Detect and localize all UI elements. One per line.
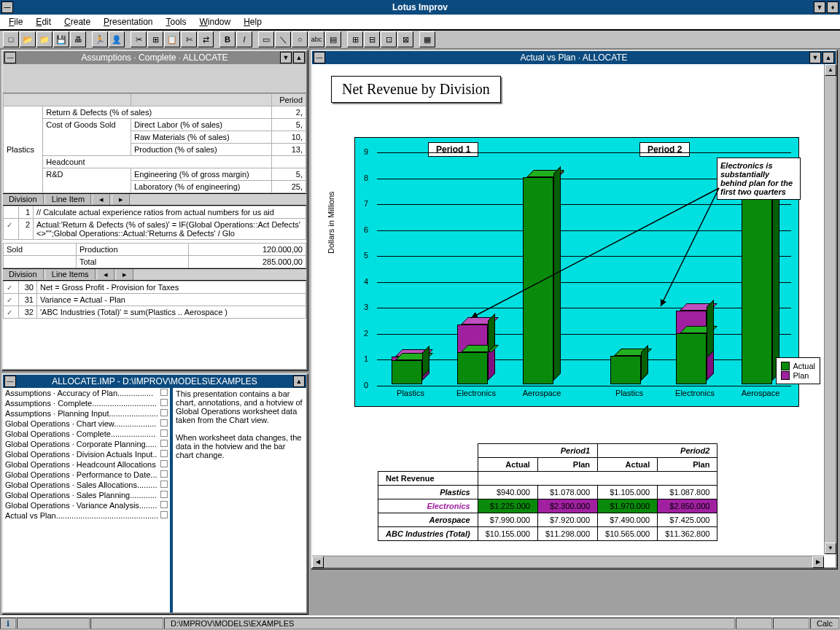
list-item[interactable]: Global Operations · Headcount Allocation… xyxy=(3,459,170,470)
sysmenu-icon[interactable]: — xyxy=(4,52,16,63)
formula-list-1[interactable]: 1// Calculate actual experience ratios f… xyxy=(3,206,306,240)
chart-bar xyxy=(676,311,707,384)
sysmenu-icon[interactable]: — xyxy=(1,1,13,13)
model-list[interactable]: Assumptions · Accuracy of Plan..........… xyxy=(3,388,173,612)
data-table-container: Period1Period2 ActualPlanActualPlan Net … xyxy=(378,443,718,541)
window-browser-title[interactable]: — ALLOCATE.IMP - D:\IMPROV\MODELS\EXAMPL… xyxy=(3,375,306,388)
workspace: — Assumptions · Complete · ALLOCATE ▼ ▲ … xyxy=(0,50,840,615)
scissors-icon[interactable]: ✄ xyxy=(181,31,197,47)
y-tick-label: 5 xyxy=(364,251,368,260)
maximize-icon[interactable]: ▲ xyxy=(822,52,834,63)
menu-create[interactable]: Create xyxy=(58,15,96,28)
window-assumptions-title[interactable]: — Assumptions · Complete · ALLOCATE ▼ ▲ xyxy=(3,51,306,64)
data-table[interactable]: Period1Period2 ActualPlanActualPlan Net … xyxy=(378,443,718,541)
maximize-icon[interactable]: ▲ xyxy=(293,376,305,387)
list-item[interactable]: Global Operations · Chart view..........… xyxy=(3,419,170,429)
window-assumptions: — Assumptions · Complete · ALLOCATE ▼ ▲ … xyxy=(1,50,308,370)
list-item[interactable]: Global Operations · Division Actuals Inp… xyxy=(3,449,170,459)
list-item[interactable]: Global Operations · Performance to Date.… xyxy=(3,470,170,480)
assumptions-grid[interactable]: Period Plastics Return & Defects (% of s… xyxy=(3,93,306,193)
next-icon[interactable]: ▸ xyxy=(113,194,130,205)
swap-icon[interactable]: ⇄ xyxy=(198,31,214,47)
x-tick-label: Plastics xyxy=(384,389,437,397)
scrollbar-vertical[interactable]: ▲ ▼ xyxy=(824,64,836,554)
cut-icon[interactable]: ✂ xyxy=(131,31,147,47)
tile3-icon[interactable]: ⊡ xyxy=(381,31,397,47)
status-calc: Calc xyxy=(810,618,839,629)
table-row[interactable]: Electronics$1.225.000$2.300.000$1.970.00… xyxy=(378,499,718,513)
tile4-icon[interactable]: ⊠ xyxy=(397,31,413,47)
x-tick-label: Electronics xyxy=(450,389,502,397)
table-row[interactable]: Plastics$940.000$1.078.000$1.105.000$1.0… xyxy=(378,486,718,499)
print-icon[interactable]: 🖶 xyxy=(70,31,86,47)
maximize-icon[interactable]: ▲ xyxy=(293,52,305,63)
mid-grid[interactable]: SoldProduction120.000,00 Total285.000,00 xyxy=(3,243,306,268)
prev-icon[interactable]: ◂ xyxy=(98,269,114,280)
list-item[interactable]: Global Operations · Complete............… xyxy=(3,429,170,439)
scroll-right-icon[interactable]: ▶ xyxy=(812,556,824,568)
rect-icon[interactable]: ▭ xyxy=(258,31,274,47)
person-icon[interactable]: 👤 xyxy=(109,31,125,47)
list-item[interactable]: Assumptions · Planning Input............… xyxy=(3,408,170,419)
open2-icon[interactable]: 📁 xyxy=(36,31,52,47)
dimension-bar-1[interactable]: Division Line Item ◂ ▸ xyxy=(3,193,306,206)
y-tick-label: 3 xyxy=(364,303,368,311)
list-item[interactable]: Global Operations · Corporate Planning..… xyxy=(3,439,170,449)
list-item[interactable]: Actual vs Plan..........................… xyxy=(3,510,170,521)
sysmenu-icon[interactable]: — xyxy=(4,376,16,387)
next-icon[interactable]: ▸ xyxy=(117,269,133,280)
list-item[interactable]: Global Operations · Variance Analysis...… xyxy=(3,500,170,510)
status-path: D:\IMPROV\MODELS\EXAMPLES xyxy=(164,618,735,629)
new-icon[interactable]: □ xyxy=(3,31,19,47)
run-icon[interactable]: 🏃 xyxy=(92,31,108,47)
list-item[interactable]: Global Operations · Sales Allocations...… xyxy=(3,480,170,490)
minimize-icon[interactable]: ▼ xyxy=(809,52,821,63)
y-tick-label: 0 xyxy=(364,381,368,389)
menu-file[interactable]: File xyxy=(3,15,28,28)
tile2-icon[interactable]: ⊟ xyxy=(364,31,380,47)
chart-bar xyxy=(523,177,553,384)
table-row[interactable]: Aerospace$7.990.000$7.920.000$7.490.000$… xyxy=(378,513,718,527)
list-item[interactable]: Global Operations · Sales Planning......… xyxy=(3,490,170,500)
app-title: Lotus Improv xyxy=(392,2,448,12)
minimize-icon[interactable]: ▼ xyxy=(280,52,292,63)
oval-icon[interactable]: ○ xyxy=(292,31,308,47)
formula-bar[interactable] xyxy=(3,64,306,93)
app-titlebar: — Lotus Improv ▼ ♦ xyxy=(0,0,840,15)
copy-icon[interactable]: ⊞ xyxy=(147,31,163,47)
dimension-bar-2[interactable]: Division Line Items ◂ ▸ xyxy=(3,268,306,281)
scroll-down-icon[interactable]: ▼ xyxy=(825,542,836,554)
menu-tools[interactable]: Tools xyxy=(160,15,192,28)
minimize-icon[interactable]: ▼ xyxy=(814,1,825,13)
y-tick-label: 6 xyxy=(364,225,368,234)
y-axis-label: Dollars in Millions xyxy=(327,191,335,254)
menu-presentation[interactable]: Presentation xyxy=(98,15,158,28)
save-icon[interactable]: 💾 xyxy=(53,31,69,47)
scrollbar-horizontal[interactable]: ◀ ▶ xyxy=(312,556,824,567)
maximize-icon[interactable]: ♦ xyxy=(827,1,839,13)
table-row[interactable]: ABC Industries (Total)$10.155.000$11.298… xyxy=(378,527,718,541)
window-chart-title[interactable]: — Actual vs Plan · ALLOCATE ▼ ▲ xyxy=(312,51,836,64)
sysmenu-icon[interactable]: — xyxy=(314,52,325,63)
menu-help[interactable]: Help xyxy=(238,15,268,28)
italic-icon[interactable]: I xyxy=(236,31,252,47)
grid-icon[interactable]: ▦ xyxy=(419,31,435,47)
menu-edit[interactable]: Edit xyxy=(30,15,57,28)
menu-window[interactable]: Window xyxy=(194,15,237,28)
line-icon[interactable]: ＼ xyxy=(275,31,291,47)
tile1-icon[interactable]: ⊞ xyxy=(347,31,363,47)
formula-list-2[interactable]: 30Net = Gross Profit - Provision for Tax… xyxy=(3,281,306,319)
list-item[interactable]: Assumptions · Complete..................… xyxy=(3,398,170,408)
info-icon[interactable]: ℹ xyxy=(0,618,16,629)
scroll-up-icon[interactable]: ▲ xyxy=(825,64,836,76)
open-icon[interactable]: 📂 xyxy=(20,31,36,47)
chart-bar xyxy=(392,357,422,384)
description-pane: This presentation contains a bar chart, … xyxy=(173,388,306,612)
bold-icon[interactable]: B xyxy=(219,31,236,47)
scroll-left-icon[interactable]: ◀ xyxy=(312,556,324,568)
paste-icon[interactable]: 📋 xyxy=(164,31,180,47)
list-item[interactable]: Assumptions · Accuracy of Plan..........… xyxy=(3,388,170,398)
prev-icon[interactable]: ◂ xyxy=(93,194,110,205)
align-icon[interactable]: ▤ xyxy=(325,31,341,47)
text-icon[interactable]: abc xyxy=(308,31,324,47)
